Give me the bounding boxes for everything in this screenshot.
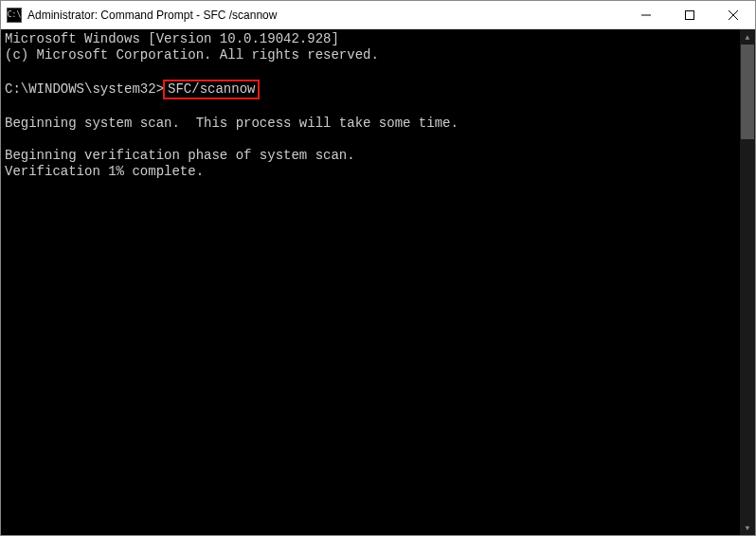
prompt-path: C:\WINDOWS\system32>: [5, 81, 164, 97]
terminal-area[interactable]: Microsoft Windows [Version 10.0.19042.92…: [1, 29, 755, 535]
minimize-button[interactable]: [624, 1, 668, 29]
scroll-down-icon[interactable]: ▼: [740, 520, 755, 535]
blank-line: [5, 132, 751, 148]
command-highlight: SFC/scannow: [163, 80, 260, 99]
scroll-up-icon[interactable]: ▲: [740, 29, 755, 45]
blank-line: [5, 63, 751, 80]
window-controls: [624, 1, 755, 29]
svg-rect-1: [686, 10, 694, 19]
window-title: Administrator: Command Prompt - SFC /sca…: [27, 9, 624, 22]
scan-begin-text: Beginning system scan. This process will…: [5, 116, 751, 132]
prompt-line: C:\WINDOWS\system32>SFC/scannow: [5, 80, 751, 99]
titlebar: C:\ Administrator: Command Prompt - SFC …: [1, 1, 755, 29]
verify-progress-text: Verification 1% complete.: [5, 164, 751, 180]
copyright-text: (c) Microsoft Corporation. All rights re…: [5, 47, 751, 63]
scrollbar[interactable]: ▲ ▼: [740, 29, 755, 535]
maximize-button[interactable]: [668, 1, 711, 29]
close-button[interactable]: [711, 1, 755, 29]
blank-line: [5, 99, 751, 116]
cmd-icon: C:\: [7, 8, 22, 23]
version-text: Microsoft Windows [Version 10.0.19042.92…: [5, 31, 751, 47]
verify-begin-text: Beginning verification phase of system s…: [5, 148, 751, 164]
scroll-thumb[interactable]: [741, 45, 754, 139]
